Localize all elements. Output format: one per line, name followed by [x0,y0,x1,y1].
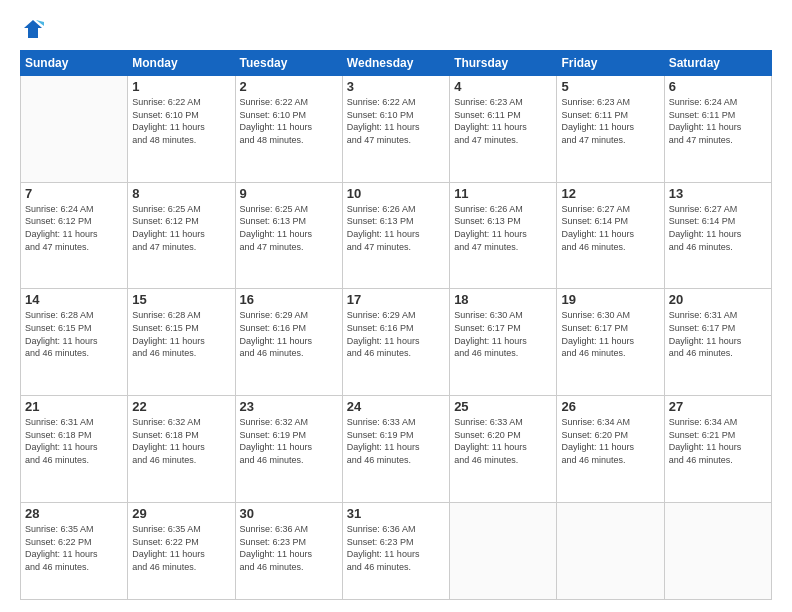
day-number: 26 [561,399,659,414]
day-number: 23 [240,399,338,414]
cell-info: Sunrise: 6:24 AM Sunset: 6:11 PM Dayligh… [669,96,767,146]
calendar-cell: 15Sunrise: 6:28 AM Sunset: 6:15 PM Dayli… [128,289,235,396]
cell-info: Sunrise: 6:22 AM Sunset: 6:10 PM Dayligh… [240,96,338,146]
week-row-2: 14Sunrise: 6:28 AM Sunset: 6:15 PM Dayli… [21,289,772,396]
cell-info: Sunrise: 6:24 AM Sunset: 6:12 PM Dayligh… [25,203,123,253]
calendar-cell [664,502,771,599]
day-number: 10 [347,186,445,201]
page: SundayMondayTuesdayWednesdayThursdayFrid… [0,0,792,612]
calendar-table: SundayMondayTuesdayWednesdayThursdayFrid… [20,50,772,600]
day-number: 19 [561,292,659,307]
day-number: 15 [132,292,230,307]
calendar-cell: 10Sunrise: 6:26 AM Sunset: 6:13 PM Dayli… [342,182,449,289]
cell-info: Sunrise: 6:35 AM Sunset: 6:22 PM Dayligh… [25,523,123,573]
calendar-cell: 7Sunrise: 6:24 AM Sunset: 6:12 PM Daylig… [21,182,128,289]
cell-info: Sunrise: 6:23 AM Sunset: 6:11 PM Dayligh… [454,96,552,146]
cell-info: Sunrise: 6:28 AM Sunset: 6:15 PM Dayligh… [132,309,230,359]
calendar-cell: 24Sunrise: 6:33 AM Sunset: 6:19 PM Dayli… [342,396,449,503]
cell-info: Sunrise: 6:23 AM Sunset: 6:11 PM Dayligh… [561,96,659,146]
weekday-header-saturday: Saturday [664,51,771,76]
cell-info: Sunrise: 6:30 AM Sunset: 6:17 PM Dayligh… [454,309,552,359]
cell-info: Sunrise: 6:29 AM Sunset: 6:16 PM Dayligh… [240,309,338,359]
day-number: 18 [454,292,552,307]
logo [20,18,44,40]
svg-marker-0 [24,20,42,38]
calendar-cell: 9Sunrise: 6:25 AM Sunset: 6:13 PM Daylig… [235,182,342,289]
day-number: 27 [669,399,767,414]
cell-info: Sunrise: 6:30 AM Sunset: 6:17 PM Dayligh… [561,309,659,359]
cell-info: Sunrise: 6:28 AM Sunset: 6:15 PM Dayligh… [25,309,123,359]
calendar-cell: 17Sunrise: 6:29 AM Sunset: 6:16 PM Dayli… [342,289,449,396]
cell-info: Sunrise: 6:31 AM Sunset: 6:18 PM Dayligh… [25,416,123,466]
cell-info: Sunrise: 6:27 AM Sunset: 6:14 PM Dayligh… [669,203,767,253]
week-row-4: 28Sunrise: 6:35 AM Sunset: 6:22 PM Dayli… [21,502,772,599]
calendar-cell: 8Sunrise: 6:25 AM Sunset: 6:12 PM Daylig… [128,182,235,289]
weekday-header-wednesday: Wednesday [342,51,449,76]
day-number: 22 [132,399,230,414]
calendar-cell: 30Sunrise: 6:36 AM Sunset: 6:23 PM Dayli… [235,502,342,599]
day-number: 4 [454,79,552,94]
day-number: 31 [347,506,445,521]
calendar-cell [21,76,128,183]
cell-info: Sunrise: 6:25 AM Sunset: 6:12 PM Dayligh… [132,203,230,253]
day-number: 3 [347,79,445,94]
calendar-cell: 2Sunrise: 6:22 AM Sunset: 6:10 PM Daylig… [235,76,342,183]
weekday-header-thursday: Thursday [450,51,557,76]
day-number: 29 [132,506,230,521]
cell-info: Sunrise: 6:34 AM Sunset: 6:21 PM Dayligh… [669,416,767,466]
calendar-cell: 3Sunrise: 6:22 AM Sunset: 6:10 PM Daylig… [342,76,449,183]
calendar-cell: 29Sunrise: 6:35 AM Sunset: 6:22 PM Dayli… [128,502,235,599]
calendar-cell: 19Sunrise: 6:30 AM Sunset: 6:17 PM Dayli… [557,289,664,396]
weekday-header-friday: Friday [557,51,664,76]
logo-icon [22,18,44,40]
day-number: 16 [240,292,338,307]
cell-info: Sunrise: 6:34 AM Sunset: 6:20 PM Dayligh… [561,416,659,466]
calendar-cell [557,502,664,599]
cell-info: Sunrise: 6:26 AM Sunset: 6:13 PM Dayligh… [454,203,552,253]
day-number: 5 [561,79,659,94]
calendar-cell: 14Sunrise: 6:28 AM Sunset: 6:15 PM Dayli… [21,289,128,396]
cell-info: Sunrise: 6:33 AM Sunset: 6:20 PM Dayligh… [454,416,552,466]
calendar-cell: 18Sunrise: 6:30 AM Sunset: 6:17 PM Dayli… [450,289,557,396]
day-number: 20 [669,292,767,307]
week-row-1: 7Sunrise: 6:24 AM Sunset: 6:12 PM Daylig… [21,182,772,289]
day-number: 9 [240,186,338,201]
cell-info: Sunrise: 6:31 AM Sunset: 6:17 PM Dayligh… [669,309,767,359]
day-number: 25 [454,399,552,414]
day-number: 28 [25,506,123,521]
calendar-cell: 16Sunrise: 6:29 AM Sunset: 6:16 PM Dayli… [235,289,342,396]
calendar-cell: 12Sunrise: 6:27 AM Sunset: 6:14 PM Dayli… [557,182,664,289]
day-number: 8 [132,186,230,201]
calendar-cell: 21Sunrise: 6:31 AM Sunset: 6:18 PM Dayli… [21,396,128,503]
day-number: 11 [454,186,552,201]
day-number: 1 [132,79,230,94]
day-number: 12 [561,186,659,201]
weekday-header-monday: Monday [128,51,235,76]
weekday-header-row: SundayMondayTuesdayWednesdayThursdayFrid… [21,51,772,76]
calendar-cell: 1Sunrise: 6:22 AM Sunset: 6:10 PM Daylig… [128,76,235,183]
calendar-cell: 11Sunrise: 6:26 AM Sunset: 6:13 PM Dayli… [450,182,557,289]
weekday-header-sunday: Sunday [21,51,128,76]
cell-info: Sunrise: 6:26 AM Sunset: 6:13 PM Dayligh… [347,203,445,253]
cell-info: Sunrise: 6:22 AM Sunset: 6:10 PM Dayligh… [347,96,445,146]
weekday-header-tuesday: Tuesday [235,51,342,76]
cell-info: Sunrise: 6:36 AM Sunset: 6:23 PM Dayligh… [240,523,338,573]
cell-info: Sunrise: 6:27 AM Sunset: 6:14 PM Dayligh… [561,203,659,253]
calendar-cell: 20Sunrise: 6:31 AM Sunset: 6:17 PM Dayli… [664,289,771,396]
week-row-0: 1Sunrise: 6:22 AM Sunset: 6:10 PM Daylig… [21,76,772,183]
cell-info: Sunrise: 6:36 AM Sunset: 6:23 PM Dayligh… [347,523,445,573]
calendar-cell: 6Sunrise: 6:24 AM Sunset: 6:11 PM Daylig… [664,76,771,183]
calendar-cell: 22Sunrise: 6:32 AM Sunset: 6:18 PM Dayli… [128,396,235,503]
calendar-cell: 23Sunrise: 6:32 AM Sunset: 6:19 PM Dayli… [235,396,342,503]
day-number: 17 [347,292,445,307]
calendar-cell: 31Sunrise: 6:36 AM Sunset: 6:23 PM Dayli… [342,502,449,599]
day-number: 2 [240,79,338,94]
cell-info: Sunrise: 6:25 AM Sunset: 6:13 PM Dayligh… [240,203,338,253]
cell-info: Sunrise: 6:32 AM Sunset: 6:19 PM Dayligh… [240,416,338,466]
calendar-cell: 26Sunrise: 6:34 AM Sunset: 6:20 PM Dayli… [557,396,664,503]
day-number: 7 [25,186,123,201]
day-number: 14 [25,292,123,307]
calendar-cell: 28Sunrise: 6:35 AM Sunset: 6:22 PM Dayli… [21,502,128,599]
week-row-3: 21Sunrise: 6:31 AM Sunset: 6:18 PM Dayli… [21,396,772,503]
cell-info: Sunrise: 6:33 AM Sunset: 6:19 PM Dayligh… [347,416,445,466]
